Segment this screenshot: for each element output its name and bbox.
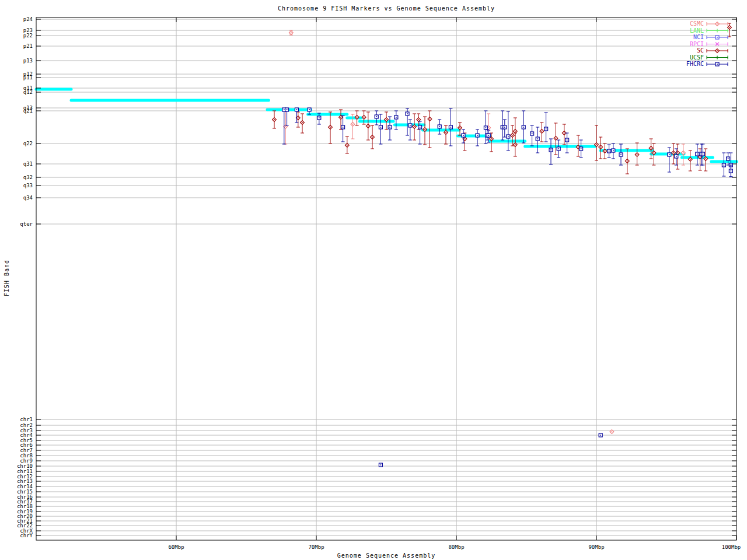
x-tick-label: 60Mbp <box>168 544 184 550</box>
legend-label-NCI: NCI <box>693 34 704 40</box>
marker-diamond-dot <box>729 27 730 28</box>
marker-diamond-dot <box>368 125 369 127</box>
band-label: q21 <box>23 108 33 114</box>
marker-square-dot <box>537 138 538 139</box>
marker-diamond-dot <box>465 138 466 139</box>
chr-label: chr1 <box>20 416 33 422</box>
marker-diamond-dot <box>683 152 684 153</box>
marker-diamond-dot <box>488 127 489 128</box>
marker-diamond-dot <box>542 131 543 132</box>
band-label: p22 <box>23 33 33 38</box>
marker-square-dot <box>724 164 725 166</box>
plot-border <box>36 18 736 540</box>
marker-square-dot <box>486 127 487 128</box>
marker-diamond-dot <box>372 136 373 138</box>
marker-square-dot <box>669 154 670 155</box>
x-tick-label: 100Mbp <box>722 544 741 550</box>
marker-diamond-dot <box>357 117 358 118</box>
marker-diamond-dot <box>605 150 606 152</box>
marker-diamond-dot <box>564 132 565 134</box>
chart-title: Chromosome 9 FISH Markers vs Genome Sequ… <box>36 5 736 12</box>
marker-diamond-dot <box>705 158 706 159</box>
marker-diamond-dot <box>330 127 331 128</box>
legend-label-UCSF: UCSF <box>690 54 704 61</box>
marker-diamond-dot <box>386 119 387 120</box>
marker-diamond-dot <box>364 117 365 118</box>
marker-square-dot <box>287 109 288 110</box>
marker-square-dot <box>546 128 547 130</box>
marker-square-dot <box>319 117 320 118</box>
marker-diamond-dot <box>291 32 292 33</box>
marker-diamond-dot <box>700 156 701 158</box>
marker-diamond-dot <box>515 131 516 132</box>
marker-diamond-dot <box>717 50 718 51</box>
marker-diamond-dot <box>515 144 516 145</box>
marker-square-dot <box>296 109 298 110</box>
legend-label-LANL: LANL <box>690 27 704 34</box>
marker-diamond-dot <box>654 152 655 153</box>
marker-square-dot <box>717 37 718 38</box>
band-label: p11 <box>23 75 33 80</box>
band-label: q32 <box>23 174 33 180</box>
marker-diamond-dot <box>578 146 579 148</box>
marker-square-dot <box>439 126 440 127</box>
marker-diamond-dot <box>302 122 303 123</box>
marker-diamond-dot <box>491 138 492 139</box>
band-label: q34 <box>23 195 33 201</box>
marker-square-dot <box>508 136 509 137</box>
marker-square-dot <box>488 135 489 136</box>
marker-diamond-dot <box>418 119 419 120</box>
marker-diamond-dot <box>298 117 299 118</box>
chart-screenshot: Chromosome 9 FISH Markers vs Genome Sequ… <box>0 0 747 560</box>
marker-diamond-dot <box>274 119 275 120</box>
marker-square-dot <box>407 113 408 114</box>
marker-diamond-dot <box>285 126 286 127</box>
marker-square-dot <box>600 435 601 436</box>
marker-square-dot <box>697 153 698 155</box>
marker-square-dot <box>389 127 390 128</box>
legend-label-RPCI: RPCI <box>690 41 704 47</box>
marker-square-dot <box>376 116 377 117</box>
marker-square-dot <box>523 127 524 128</box>
marker-diamond-dot <box>627 160 628 162</box>
marker-square-dot <box>581 148 582 149</box>
marker-square-dot <box>410 125 411 126</box>
band-label: q22 <box>23 141 33 146</box>
marker-square-dot <box>381 127 382 128</box>
marker-square-dot <box>558 148 559 149</box>
legend-label-FHCRC: FHCRC <box>686 61 704 67</box>
band-label: q12 <box>23 89 33 95</box>
marker-square-dot <box>420 127 421 128</box>
marker-square-dot <box>567 139 568 141</box>
marker-diamond-dot <box>651 148 652 149</box>
band-label: p24 <box>23 16 33 22</box>
band-label: q31 <box>23 161 33 167</box>
marker-square-dot <box>731 170 732 172</box>
band-label: q33 <box>23 183 33 188</box>
marker-diamond-dot <box>596 144 597 145</box>
marker-square-dot <box>309 109 310 110</box>
marker-square-dot <box>477 135 478 136</box>
x-tick-label: 80Mbp <box>448 544 464 550</box>
marker-diamond-dot <box>445 132 446 133</box>
marker-diamond-dot <box>673 152 674 153</box>
marker-diamond-dot <box>717 23 718 24</box>
marker-diamond-dot <box>459 127 460 128</box>
marker-square-dot <box>451 127 452 128</box>
marker-square-dot <box>717 64 718 65</box>
marker-diamond-dot <box>612 431 613 432</box>
marker-square-dot <box>396 117 397 118</box>
marker-diamond-dot <box>512 135 513 136</box>
marker-square-dot <box>703 153 704 155</box>
marker-diamond-dot <box>430 118 431 120</box>
legend-label-CSMC: CSMC <box>690 20 704 27</box>
marker-diamond-dot <box>424 129 425 130</box>
marker-square-dot <box>381 464 382 466</box>
marker-square-dot <box>284 109 285 110</box>
fish-marker-scatter-plot: p24p23p22p21p13p12p11q11q12q13q21q22q31q… <box>0 0 747 560</box>
marker-diamond-dot <box>637 154 638 155</box>
marker-square-dot <box>532 133 533 134</box>
band-label: p21 <box>23 43 33 49</box>
marker-diamond-dot <box>600 146 601 148</box>
marker-square-dot <box>463 135 464 136</box>
